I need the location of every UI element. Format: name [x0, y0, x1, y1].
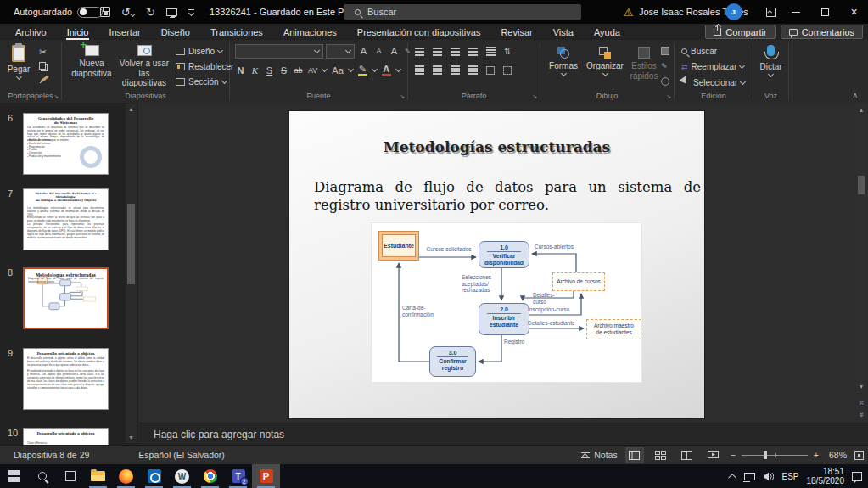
- thumbnail-slide-9[interactable]: Desarrollo orientado a objetos El desarr…: [23, 348, 109, 410]
- align-left-icon[interactable]: [415, 65, 424, 67]
- select-button[interactable]: Seleccionar: [681, 77, 745, 88]
- find-button[interactable]: Buscar: [681, 47, 717, 56]
- reuse-slides-button[interactable]: Volver a usar las diapositivas: [116, 45, 172, 88]
- slide-canvas[interactable]: Metodologías estructuradas Diagrama de f…: [289, 111, 704, 418]
- powerpoint-button[interactable]: P: [252, 464, 280, 488]
- section-button[interactable]: Sección: [176, 77, 227, 87]
- highlight-abbr-button[interactable]: ab: [294, 66, 303, 75]
- previous-slide-icon[interactable]: «: [857, 398, 866, 408]
- fit-slide-to-window-button[interactable]: [854, 451, 864, 460]
- copy-button[interactable]: [39, 62, 46, 70]
- redo-icon[interactable]: ↻: [146, 7, 155, 18]
- line-spacing-icon[interactable]: [486, 47, 496, 48]
- thumbnail-scrollbar[interactable]: ▴ ▾: [126, 104, 137, 443]
- new-slide-button[interactable]: Nueva diapositiva: [69, 45, 115, 78]
- avatar[interactable]: JI: [725, 3, 742, 20]
- minimize-button[interactable]: [782, 0, 809, 24]
- network-icon[interactable]: [744, 473, 755, 480]
- outlook-button[interactable]: [140, 464, 168, 488]
- scroll-up-icon[interactable]: ▴: [126, 105, 137, 113]
- zoom-out-button[interactable]: −: [731, 450, 736, 460]
- layout-button[interactable]: Diseño: [176, 47, 222, 56]
- shape-fill-button[interactable]: [661, 47, 669, 55]
- thumbnail-slide-6[interactable]: Generalidades del Desarrollo de Sistemas…: [23, 113, 109, 175]
- restore-button[interactable]: [812, 0, 838, 24]
- cut-button[interactable]: ✂: [39, 47, 47, 58]
- tab-diseno[interactable]: Diseño: [151, 24, 200, 40]
- task-view-button[interactable]: [56, 464, 84, 488]
- slideshow-view-button[interactable]: [704, 447, 723, 463]
- align-right-icon[interactable]: [451, 65, 460, 67]
- notes-pane[interactable]: Haga clic para agregar notas: [138, 423, 868, 445]
- italic-button[interactable]: K: [250, 65, 260, 76]
- underline-button[interactable]: S: [265, 65, 274, 76]
- clear-formatting-button[interactable]: A: [389, 46, 399, 56]
- shape-outline-button[interactable]: ✎: [661, 62, 668, 70]
- tab-vista[interactable]: Vista: [543, 24, 584, 40]
- dataflow-diagram[interactable]: Estudiante 1.0 Verificar disponibilidad …: [371, 222, 642, 383]
- dialog-launcher-icon[interactable]: ↘: [400, 93, 405, 100]
- tab-insertar[interactable]: Insertar: [98, 24, 150, 40]
- text-direction-icon[interactable]: ⇅: [504, 47, 511, 56]
- slide-title[interactable]: Metodologías estructuradas: [289, 138, 704, 155]
- zoom-in-button[interactable]: +: [814, 450, 819, 460]
- language-status[interactable]: Español (El Salvador): [138, 450, 225, 460]
- chrome-button[interactable]: [196, 464, 224, 488]
- dialog-launcher-icon[interactable]: ↘: [532, 93, 537, 100]
- thumbnail-slide-7[interactable]: Métodos del Desarrollo de Sistemas (La M…: [23, 188, 109, 250]
- next-slide-icon[interactable]: »: [857, 410, 866, 420]
- ribbon-display-options-button[interactable]: [759, 0, 782, 24]
- autosave-control[interactable]: Autoguardado: [14, 0, 103, 24]
- autosave-toggle[interactable]: [77, 7, 103, 18]
- paste-button[interactable]: Pegar: [5, 45, 32, 79]
- reading-view-button[interactable]: [678, 447, 697, 463]
- undo-icon[interactable]: ↺: [121, 7, 135, 18]
- tab-archivo[interactable]: Archivo: [0, 24, 57, 40]
- text-highlight-button[interactable]: ✎: [358, 64, 367, 76]
- thumbnail-slide-8-selected[interactable]: Metodologías estructuradas Diagrama de f…: [23, 267, 109, 329]
- smartart-convert-icon[interactable]: [503, 66, 512, 75]
- indent-decrease-icon[interactable]: [451, 48, 460, 49]
- firefox-button[interactable]: [112, 464, 140, 488]
- collapse-ribbon-icon[interactable]: ∧: [852, 91, 858, 99]
- bold-button[interactable]: N: [236, 65, 245, 76]
- numbering-icon[interactable]: [433, 48, 442, 49]
- change-case-button[interactable]: Aa: [332, 65, 343, 76]
- font-size-select[interactable]: [326, 44, 355, 59]
- justify-icon[interactable]: [468, 65, 478, 67]
- scrollbar-thumb[interactable]: [858, 176, 865, 194]
- wordpress-button[interactable]: W: [168, 464, 196, 488]
- char-spacing-button[interactable]: AV: [308, 66, 317, 75]
- arrange-button[interactable]: Organizar: [583, 47, 627, 76]
- tab-presentacion[interactable]: Presentación con diapositivas: [347, 24, 491, 40]
- search-input[interactable]: Buscar: [344, 4, 581, 20]
- zoom-percentage[interactable]: 68%: [826, 450, 847, 460]
- share-button[interactable]: Compartir: [705, 25, 775, 39]
- scroll-down-icon[interactable]: ▾: [126, 434, 137, 441]
- replace-button[interactable]: ⇄Reemplazar: [681, 62, 744, 71]
- zoom-slider-thumb[interactable]: [764, 451, 767, 459]
- comments-button[interactable]: Comentarios: [781, 25, 863, 39]
- zoom-slider[interactable]: [742, 455, 808, 456]
- tab-revisar[interactable]: Revisar: [490, 24, 542, 40]
- normal-view-button[interactable]: [625, 447, 644, 463]
- font-name-select[interactable]: [235, 44, 323, 59]
- tab-animaciones[interactable]: Animaciones: [273, 24, 347, 40]
- scroll-down-icon[interactable]: ▾: [855, 383, 867, 390]
- tab-transiciones[interactable]: Transiciones: [200, 24, 273, 40]
- customize-qat-icon[interactable]: [188, 9, 194, 15]
- slide-sorter-view-button[interactable]: [652, 447, 670, 463]
- close-button[interactable]: ×: [840, 0, 868, 24]
- save-icon[interactable]: [100, 7, 110, 17]
- indent-increase-icon[interactable]: [468, 48, 478, 49]
- columns-icon[interactable]: [486, 66, 495, 75]
- tab-ayuda[interactable]: Ayuda: [584, 24, 630, 40]
- file-explorer-button[interactable]: [84, 464, 112, 488]
- grow-font-button[interactable]: A: [359, 46, 368, 56]
- tray-expand-icon[interactable]: [729, 473, 737, 481]
- thumbnail-slide-10[interactable]: Desarrollo orientado a objetos Clase y H…: [23, 428, 109, 445]
- taskbar-clock[interactable]: 18:51 18/5/2020: [807, 467, 845, 485]
- slide-body-text[interactable]: Diagrama de flujo de datos para un siste…: [314, 179, 701, 215]
- tab-inicio[interactable]: Inicio: [57, 24, 99, 40]
- slideshow-icon[interactable]: [166, 8, 177, 16]
